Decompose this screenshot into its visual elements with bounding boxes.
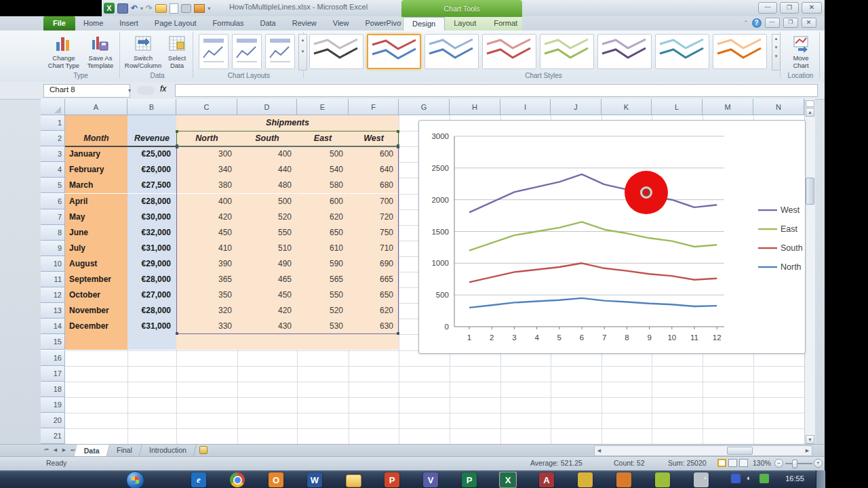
row-header-19[interactable]: 19 xyxy=(41,397,65,413)
column-header-J[interactable]: J xyxy=(551,99,601,115)
zoom-slider-track[interactable] xyxy=(785,463,812,464)
vscroll-up-icon[interactable]: ▲ xyxy=(806,108,814,117)
tab-insert[interactable]: Insert xyxy=(111,16,146,30)
tab-review[interactable]: Review xyxy=(284,16,325,30)
cell-revenue[interactable]: €32,000 xyxy=(127,225,176,241)
hscroll-right-icon[interactable]: ▶ xyxy=(803,448,812,453)
chart-layouts-scroll-strip[interactable]: ▲ ▼ xyxy=(298,34,307,70)
row-header-12[interactable]: 12 xyxy=(41,287,65,303)
cell-fill-cf15[interactable] xyxy=(176,334,399,350)
series-line-north[interactable] xyxy=(469,298,717,308)
column-header-L[interactable]: L xyxy=(652,99,703,115)
chart-style-thumb-6[interactable] xyxy=(597,34,652,69)
change-chart-type-button[interactable]: Change Chart Type xyxy=(46,33,81,71)
column-header-B[interactable]: B xyxy=(127,99,176,115)
taskbar-internet-explorer-icon[interactable]: e xyxy=(190,472,208,488)
taskbar-excel-icon[interactable]: X xyxy=(499,472,517,488)
cell-month[interactable]: March xyxy=(69,178,126,193)
column-header-N[interactable]: N xyxy=(753,99,804,115)
cell-revenue[interactable]: €29,000 xyxy=(127,256,176,272)
cell-month[interactable]: November xyxy=(69,303,126,319)
pin-ribbon-icon[interactable]: ⌃ xyxy=(743,20,749,26)
sheet-tab-introduction[interactable]: Introduction xyxy=(139,444,196,456)
chart-style-thumb-4[interactable] xyxy=(482,34,536,69)
zoom-slider-knob[interactable] xyxy=(792,460,797,468)
cell-revenue[interactable]: €28,000 xyxy=(127,272,176,287)
row-header-7[interactable]: 7 xyxy=(41,209,65,225)
taskbar-app-yellow-icon[interactable] xyxy=(576,472,594,488)
close-button[interactable]: ✕ xyxy=(802,2,822,14)
cell-fill-a15[interactable] xyxy=(65,334,127,350)
cell-revenue[interactable]: €27,000 xyxy=(127,287,176,303)
tab-data[interactable]: Data xyxy=(252,16,283,30)
vscroll-thumb[interactable] xyxy=(806,178,814,205)
cell-month[interactable]: December xyxy=(69,319,126,334)
column-header-A[interactable]: A xyxy=(65,99,127,115)
column-header-D[interactable]: D xyxy=(237,99,297,115)
cell-revenue[interactable]: €30,000 xyxy=(127,209,176,225)
taskbar-app-orange-icon[interactable] xyxy=(615,472,633,488)
row-header-20[interactable]: 20 xyxy=(41,413,65,428)
row-header-15[interactable]: 15 xyxy=(41,334,65,350)
cell-month[interactable]: January xyxy=(69,146,126,162)
chart-style-thumb-3[interactable] xyxy=(425,34,479,69)
chart-style-thumb-8[interactable] xyxy=(713,34,767,69)
tab-file[interactable]: File xyxy=(43,16,75,30)
taskbar-clock[interactable]: 16:55 xyxy=(778,474,811,483)
tab-formulas[interactable]: Formulas xyxy=(205,16,252,30)
column-header-C[interactable]: C xyxy=(176,99,237,115)
column-header-F[interactable]: F xyxy=(349,99,399,115)
vscroll-split-handle[interactable] xyxy=(806,100,814,107)
chart-layout-thumb-1[interactable] xyxy=(199,34,229,69)
row-header-1[interactable]: 1 xyxy=(41,115,65,131)
sheet-tab-final[interactable]: Final xyxy=(107,444,142,456)
row-header-11[interactable]: 11 xyxy=(41,272,65,287)
row-header-21[interactable]: 21 xyxy=(41,428,65,444)
select-data-button[interactable]: Select Data xyxy=(161,33,193,71)
tab-format[interactable]: Format xyxy=(485,17,526,30)
tab-page-layout[interactable]: Page Layout xyxy=(146,16,205,30)
vscroll-down-icon[interactable]: ▼ xyxy=(806,435,814,444)
row-header-16[interactable]: 16 xyxy=(41,350,65,366)
row-header-6[interactable]: 6 xyxy=(41,194,65,209)
cell-month[interactable]: July xyxy=(69,241,126,256)
taskbar-access-icon[interactable]: A xyxy=(538,472,555,488)
taskbar-word-icon[interactable]: W xyxy=(306,472,323,488)
sheet-nav-prev-icon[interactable]: ◀ xyxy=(52,445,59,454)
help-icon[interactable]: ? xyxy=(752,18,762,28)
column-header-H[interactable]: H xyxy=(450,99,500,115)
legend-label-north[interactable]: North xyxy=(781,262,802,272)
row-header-14[interactable]: 14 xyxy=(41,319,65,334)
undo-icon[interactable]: ↶ xyxy=(131,3,138,13)
series-line-west[interactable] xyxy=(469,174,717,212)
hscroll-left-icon[interactable]: ◀ xyxy=(595,448,604,453)
cell-revenue[interactable]: €31,000 xyxy=(127,319,176,334)
name-box-dropdown-icon[interactable]: ▾ xyxy=(125,84,134,97)
column-header-G[interactable]: G xyxy=(399,99,450,115)
view-page-layout-button[interactable] xyxy=(728,459,737,467)
tray-expand-icon[interactable]: ▴ xyxy=(704,474,707,481)
view-page-break-button[interactable] xyxy=(739,459,748,467)
cell-shipments-title[interactable]: Shipments xyxy=(176,115,399,131)
cell-header-revenue[interactable]: Revenue xyxy=(127,131,176,146)
cell-month[interactable]: August xyxy=(69,256,126,272)
tab-design[interactable]: Design xyxy=(403,17,445,30)
taskbar-explorer-folder-icon[interactable] xyxy=(344,472,362,488)
cell-header-month[interactable]: Month xyxy=(65,131,127,146)
column-header-I[interactable]: I xyxy=(500,99,551,115)
chart-style-thumb-2-selected[interactable] xyxy=(367,34,421,69)
row-header-13[interactable]: 13 xyxy=(41,303,65,319)
column-header-K[interactable]: K xyxy=(601,99,652,115)
cell-month[interactable]: April xyxy=(69,194,126,209)
insert-function-icon[interactable]: fx xyxy=(160,84,166,94)
view-normal-button[interactable] xyxy=(717,459,726,467)
row-header-2[interactable]: 2 xyxy=(41,131,65,146)
save-icon[interactable] xyxy=(117,3,128,14)
select-all-button[interactable] xyxy=(41,99,65,115)
minimize-button[interactable]: — xyxy=(758,2,777,14)
zoom-in-button[interactable]: + xyxy=(814,459,823,468)
taskbar-powerpoint-icon[interactable]: P xyxy=(383,472,401,488)
taskbar-project-icon[interactable]: P xyxy=(460,472,478,488)
undo-dropdown-icon[interactable]: ▾ xyxy=(140,5,143,12)
cell-month[interactable]: October xyxy=(69,287,126,303)
